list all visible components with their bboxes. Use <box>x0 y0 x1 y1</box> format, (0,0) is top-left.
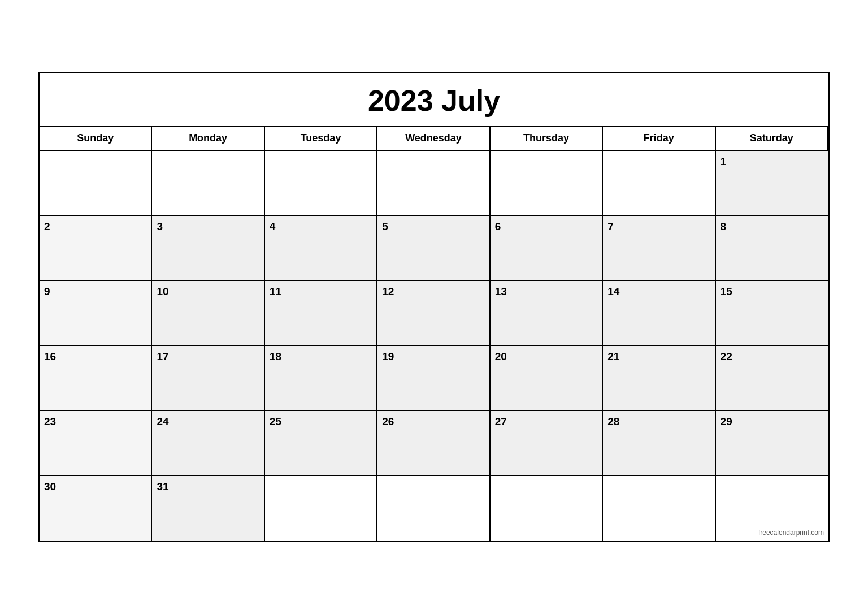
day-number: 29 <box>721 416 732 427</box>
day-cell: 29 <box>716 411 828 476</box>
day-number: 3 <box>157 220 163 232</box>
day-cell: 18 <box>265 346 377 411</box>
day-cell: 20 <box>491 346 603 411</box>
day-cell: 3 <box>152 216 264 281</box>
day-cell: 1 <box>716 151 828 216</box>
watermark: freecalendarprint.com <box>758 529 824 537</box>
day-number: 5 <box>382 220 388 232</box>
day-header-wednesday: Wednesday <box>377 127 490 151</box>
day-cell: 13 <box>491 281 603 346</box>
day-cell: 31 <box>152 476 264 541</box>
day-number: 26 <box>382 416 394 427</box>
calendar: 2023 July SundayMondayTuesdayWednesdayTh… <box>38 72 830 542</box>
day-cell: 23 <box>40 411 152 476</box>
day-number: 1 <box>721 155 727 167</box>
day-cell: 4 <box>265 216 377 281</box>
day-cell <box>40 151 152 216</box>
day-cell: 8 <box>716 216 828 281</box>
day-number: 31 <box>157 481 168 492</box>
day-cell: 6 <box>491 216 603 281</box>
day-cell: 14 <box>603 281 715 346</box>
day-number: 6 <box>495 220 501 232</box>
day-cell: 27 <box>491 411 603 476</box>
day-number: 27 <box>495 416 507 427</box>
day-number: 19 <box>382 351 394 362</box>
day-number: 9 <box>44 286 50 297</box>
day-number: 15 <box>721 286 732 297</box>
day-cell: freecalendarprint.com <box>716 476 828 541</box>
day-cell: 28 <box>603 411 715 476</box>
day-cell: 19 <box>377 346 490 411</box>
day-number: 20 <box>495 351 507 362</box>
day-cell <box>265 151 377 216</box>
calendar-grid: SundayMondayTuesdayWednesdayThursdayFrid… <box>40 127 828 541</box>
day-cell: 26 <box>377 411 490 476</box>
day-cell <box>377 476 490 541</box>
day-number: 25 <box>270 416 281 427</box>
day-header-sunday: Sunday <box>40 127 152 151</box>
day-number: 10 <box>157 286 168 297</box>
day-number: 4 <box>270 220 276 232</box>
day-cell: 9 <box>40 281 152 346</box>
day-cell <box>491 151 603 216</box>
day-number: 24 <box>157 416 168 427</box>
day-cell <box>491 476 603 541</box>
day-number: 16 <box>44 351 56 362</box>
day-cell: 2 <box>40 216 152 281</box>
day-number: 28 <box>607 416 619 427</box>
day-number: 2 <box>44 220 50 232</box>
day-number: 11 <box>270 286 281 297</box>
day-cell: 12 <box>377 281 490 346</box>
calendar-title: 2023 July <box>40 73 828 127</box>
day-number: 22 <box>721 351 732 362</box>
day-number: 13 <box>495 286 507 297</box>
day-cell: 24 <box>152 411 264 476</box>
day-cell: 21 <box>603 346 715 411</box>
day-cell <box>603 151 715 216</box>
day-header-thursday: Thursday <box>491 127 603 151</box>
day-number: 8 <box>721 220 727 232</box>
day-number: 17 <box>157 351 168 362</box>
day-cell: 5 <box>377 216 490 281</box>
day-cell: 16 <box>40 346 152 411</box>
day-cell: 17 <box>152 346 264 411</box>
day-cell: 30 <box>40 476 152 541</box>
day-header-friday: Friday <box>603 127 715 151</box>
day-number: 30 <box>44 481 56 492</box>
day-cell: 15 <box>716 281 828 346</box>
day-cell: 10 <box>152 281 264 346</box>
day-number: 18 <box>270 351 281 362</box>
day-header-saturday: Saturday <box>716 127 828 151</box>
day-cell: 11 <box>265 281 377 346</box>
day-number: 23 <box>44 416 56 427</box>
day-cell: 7 <box>603 216 715 281</box>
day-cell <box>377 151 490 216</box>
day-header-monday: Monday <box>152 127 264 151</box>
day-number: 21 <box>607 351 619 362</box>
day-number: 7 <box>607 220 614 232</box>
day-header-tuesday: Tuesday <box>265 127 377 151</box>
day-cell <box>265 476 377 541</box>
day-number: 14 <box>607 286 619 297</box>
day-cell <box>603 476 715 541</box>
day-cell: 22 <box>716 346 828 411</box>
day-cell <box>152 151 264 216</box>
day-number: 12 <box>382 286 394 297</box>
day-cell: 25 <box>265 411 377 476</box>
